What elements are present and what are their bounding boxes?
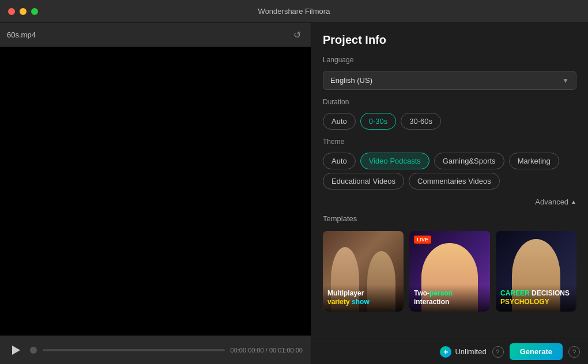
playback-controls: 00:00:00:00 / 00:01:00:00 xyxy=(0,335,311,364)
plus-circle-icon: + xyxy=(440,346,451,358)
left-panel: 60s.mp4 ↺ 00:00:00:00 / 00:01:00:00 xyxy=(0,23,311,364)
unlimited-label: Unlimited xyxy=(455,347,486,356)
file-name: 60s.mp4 xyxy=(7,31,36,39)
advanced-arrow-icon: ▲ xyxy=(571,199,576,205)
play-button[interactable] xyxy=(8,342,24,358)
theme-section: Theme Auto Video Podcasts Gaming&Sports … xyxy=(323,138,576,189)
traffic-lights xyxy=(8,8,38,15)
template1-word3: show xyxy=(352,298,370,306)
time-current: 00:00:00:00 / 00:01:00:00 xyxy=(231,347,303,354)
templates-grid: Multiplayer variety show LIVE Two-person… xyxy=(323,231,576,312)
close-button[interactable] xyxy=(8,8,15,15)
duration-30-60s-button[interactable]: 30-60s xyxy=(401,113,441,130)
file-bar: 60s.mp4 ↺ xyxy=(0,23,311,47)
minimize-button[interactable] xyxy=(20,8,27,15)
theme-marketing-button[interactable]: Marketing xyxy=(509,153,559,169)
templates-section: Templates Multiplayer variety show xyxy=(323,214,576,312)
question-icon[interactable]: ? xyxy=(568,346,580,358)
theme-auto-button[interactable]: Auto xyxy=(323,153,356,169)
template1-word1: Multiplayer xyxy=(327,289,364,297)
panel-title: Project Info xyxy=(323,33,576,47)
template-overlay-2: Two-person interaction xyxy=(409,285,490,312)
progress-bar[interactable] xyxy=(43,349,225,351)
right-panel: Project Info Language English (US) ▼ Dur… xyxy=(311,23,588,364)
theme-options-row2: Educational Videos Commentaries Videos xyxy=(323,173,576,189)
unlimited-button[interactable]: + Unlimited xyxy=(440,346,486,358)
dropdown-arrow-icon: ▼ xyxy=(562,77,569,85)
app-title: Wondershare Filmora xyxy=(258,7,330,16)
templates-label: Templates xyxy=(323,214,576,223)
template-overlay-3: CAREER DECISIONS PSYCHOLOGY xyxy=(496,285,576,312)
theme-options-row1: Auto Video Podcasts Gaming&Sports Market… xyxy=(323,153,576,169)
duration-label: Duration xyxy=(323,98,576,106)
template2-word2: person xyxy=(429,289,453,297)
theme-gaming-sports-button[interactable]: Gaming&Sports xyxy=(434,153,504,169)
play-icon xyxy=(12,346,20,355)
help-icon[interactable]: ? xyxy=(492,346,504,358)
template-title-2: Two-person interaction xyxy=(414,289,485,307)
bottom-bar: + Unlimited ? Generate ? xyxy=(311,339,588,364)
advanced-label: Advanced xyxy=(535,198,568,206)
template2-word1: Two- xyxy=(414,289,429,297)
main-layout: 60s.mp4 ↺ 00:00:00:00 / 00:01:00:00 Proj… xyxy=(0,23,588,364)
refresh-button[interactable]: ↺ xyxy=(290,28,304,42)
video-preview xyxy=(0,47,311,335)
template3-word3: PSYCHOLOGY xyxy=(500,298,549,306)
generate-button[interactable]: Generate xyxy=(510,343,563,360)
live-badge: LIVE xyxy=(414,236,431,244)
template-card-2[interactable]: LIVE Two-person interaction xyxy=(409,231,490,312)
dot-button[interactable] xyxy=(30,347,37,354)
language-dropdown[interactable]: English (US) ▼ xyxy=(323,71,576,90)
language-section: Language English (US) ▼ xyxy=(323,56,576,90)
theme-educational-button[interactable]: Educational Videos xyxy=(323,173,404,189)
template-title-1: Multiplayer variety show xyxy=(327,289,399,307)
template1-word2: variety xyxy=(327,298,350,306)
template3-word2: DECISIONS xyxy=(532,289,570,297)
template-title-3: CAREER DECISIONS PSYCHOLOGY xyxy=(500,289,572,307)
duration-options: Auto 0-30s 30-60s xyxy=(323,113,576,130)
theme-label: Theme xyxy=(323,138,576,146)
duration-0-30s-button[interactable]: 0-30s xyxy=(360,113,397,130)
maximize-button[interactable] xyxy=(31,8,38,15)
duration-auto-button[interactable]: Auto xyxy=(323,113,356,130)
title-bar: Wondershare Filmora xyxy=(0,0,588,23)
language-label: Language xyxy=(323,56,576,64)
template-card-1[interactable]: Multiplayer variety show xyxy=(323,231,404,312)
advanced-row[interactable]: Advanced ▲ xyxy=(323,198,576,206)
template3-word1: CAREER xyxy=(500,289,530,297)
template2-word3: interaction xyxy=(414,298,449,306)
template-overlay-1: Multiplayer variety show xyxy=(323,285,404,312)
language-value: English (US) xyxy=(330,76,372,85)
duration-section: Duration Auto 0-30s 30-60s xyxy=(323,98,576,130)
theme-video-podcasts-button[interactable]: Video Podcasts xyxy=(360,153,429,169)
template-card-3[interactable]: CAREER DECISIONS PSYCHOLOGY xyxy=(496,231,576,312)
theme-commentaries-button[interactable]: Commentaries Videos xyxy=(409,173,500,189)
